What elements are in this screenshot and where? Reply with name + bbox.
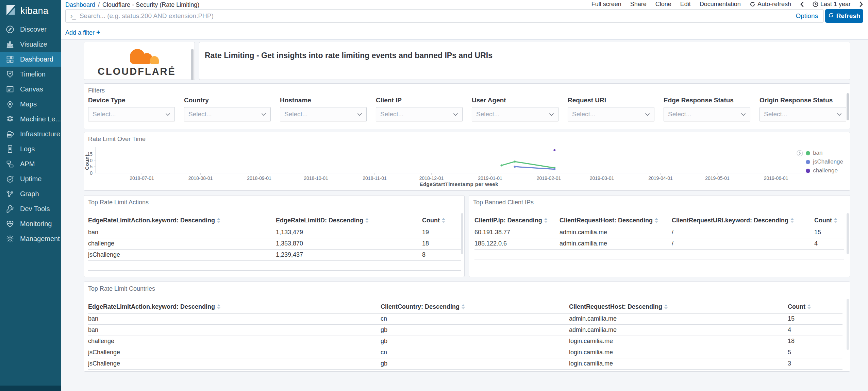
top-actions-table: EdgeRateLimitAction.keyword: Descending … xyxy=(88,215,461,271)
sidebar-item-label: Dashboard xyxy=(20,55,53,63)
search-input[interactable]: ›_ Search... (e.g. status:200 AND extens… xyxy=(65,9,824,23)
time-range-picker[interactable]: Last 1 year xyxy=(813,1,851,8)
sidebar-item-discover[interactable]: Discover xyxy=(0,22,61,37)
table-header-row: EdgeRateLimitAction.keyword: Descending … xyxy=(88,301,842,313)
panel-scrollbar[interactable] xyxy=(847,213,849,254)
chart-legend: ban jsChallenge challenge xyxy=(806,149,843,175)
sidebar-item-graph[interactable]: Graph xyxy=(0,186,61,201)
sidebar-item-apm[interactable]: APM xyxy=(0,156,61,171)
table-header-row: ClientIP.ip: Descending ClientRequestHos… xyxy=(474,215,844,227)
sidebar-item-infrastructure[interactable]: Infrastructure xyxy=(0,126,61,141)
sidebar-item-dashboard[interactable]: Dashboard xyxy=(0,52,61,67)
time-prev-button[interactable] xyxy=(800,1,804,7)
kibana-logo[interactable]: kibana xyxy=(0,0,61,22)
monitoring-icon xyxy=(5,219,15,228)
sidebar-item-label: Dev Tools xyxy=(20,205,50,213)
hostname-select[interactable]: Select... xyxy=(280,107,367,121)
kibana-dashboard-page: kibana Discover Visualize Dashboard Time… xyxy=(0,0,868,391)
cell: 4 xyxy=(788,324,842,336)
options-link[interactable]: Options xyxy=(796,12,819,20)
sidebar-item-monitoring[interactable]: Monitoring xyxy=(0,216,61,231)
sidebar-item-canvas[interactable]: Canvas xyxy=(0,82,61,97)
sort-icon xyxy=(365,218,369,223)
graph-icon xyxy=(5,189,15,199)
machine-learning-icon xyxy=(5,115,15,124)
sidebar-item-visualize[interactable]: Visualize xyxy=(0,37,61,52)
cell: challenge xyxy=(88,238,276,249)
column-header[interactable]: Count xyxy=(814,215,844,227)
origin-response-status-select[interactable]: Select... xyxy=(760,107,846,121)
sort-icon xyxy=(462,304,465,309)
rate-limit-chart[interactable]: 0510152018-07-012018-08-012018-09-012018… xyxy=(84,132,851,191)
cell: 1,133,479 xyxy=(276,227,422,238)
sidebar-item-label: Graph xyxy=(20,190,39,198)
column-header[interactable]: ClientIP.ip: Descending xyxy=(474,215,560,227)
filter-field-device-type: Device Type Select... xyxy=(88,97,175,121)
sidebar-item-uptime[interactable]: Uptime xyxy=(0,171,61,186)
cell: ban xyxy=(88,227,276,238)
sort-icon xyxy=(664,304,668,309)
cell: jsChallenge xyxy=(88,358,381,369)
panel-scrollbar[interactable] xyxy=(847,93,849,120)
panel-scrollbar[interactable] xyxy=(461,213,463,254)
share-button[interactable]: Share xyxy=(630,1,647,8)
chevron-down-icon xyxy=(837,113,842,116)
column-header[interactable]: ClientRequestURI.keyword: Descending xyxy=(672,215,814,227)
auto-refresh-icon xyxy=(750,1,755,7)
cell: 1,353,870 xyxy=(276,238,422,249)
cell: / xyxy=(672,238,814,249)
full-screen-button[interactable]: Full screen xyxy=(591,1,621,8)
edge-response-status-select[interactable]: Select... xyxy=(664,107,750,121)
sidebar-item-dev-tools[interactable]: Dev Tools xyxy=(0,201,61,216)
filter-field-request-uri: Request URI Select... xyxy=(568,97,654,121)
column-header[interactable]: ClientCountry: Descending xyxy=(381,301,569,313)
cell: 5 xyxy=(788,347,842,358)
refresh-button[interactable]: Refresh xyxy=(825,9,863,23)
documentation-link[interactable]: Documentation xyxy=(700,1,741,8)
sidebar-item-label: Management xyxy=(20,235,60,243)
breadcrumb-current: Cloudflare - Security (Rate Limiting) xyxy=(102,1,199,8)
legend-item-ban[interactable]: ban xyxy=(806,149,843,157)
table-header-row: EdgeRateLimitAction.keyword: Descending … xyxy=(88,215,461,227)
legend-toggle-icon[interactable] xyxy=(797,150,803,158)
client-ip-select[interactable]: Select... xyxy=(376,107,463,121)
query-bar: ›_ Search... (e.g. status:200 AND extens… xyxy=(65,9,863,23)
column-header[interactable]: Count xyxy=(422,215,461,227)
panel-scrollbar[interactable] xyxy=(847,299,849,350)
time-next-button[interactable] xyxy=(859,1,863,7)
svg-text:2019-06-01: 2019-06-01 xyxy=(764,175,788,181)
legend-item-challenge[interactable]: challenge xyxy=(806,166,843,175)
legend-item-jschallenge[interactable]: jsChallenge xyxy=(806,157,843,166)
sidebar-item-machine-learning[interactable]: Machine Le... xyxy=(0,112,61,126)
device-type-select[interactable]: Select... xyxy=(88,107,175,121)
country-select[interactable]: Select... xyxy=(184,107,271,121)
sidebar-item-logs[interactable]: Logs xyxy=(0,141,61,156)
user-agent-select[interactable]: Select... xyxy=(472,107,558,121)
cell: jsChallenge xyxy=(88,249,276,260)
panel-scrollbar[interactable] xyxy=(191,49,194,80)
sidebar-item-management[interactable]: Management xyxy=(0,231,61,246)
cell: 8 xyxy=(422,249,461,260)
svg-text:2018-07-01: 2018-07-01 xyxy=(130,175,154,181)
request-uri-select[interactable]: Select... xyxy=(568,107,654,121)
auto-refresh-button[interactable]: Auto-refresh xyxy=(750,1,791,8)
management-icon xyxy=(5,234,15,243)
column-header[interactable]: EdgeRateLimitAction.keyword: Descending xyxy=(88,301,381,313)
svg-text:EdgeStartTimestamp per week: EdgeStartTimestamp per week xyxy=(419,181,498,187)
edit-button[interactable]: Edit xyxy=(680,1,691,8)
column-header[interactable]: EdgeRateLimitAction.keyword: Descending xyxy=(88,215,276,227)
table-row: challenge gb login.camilia.me 18 xyxy=(88,336,842,347)
cloudflare-cloud-icon xyxy=(128,49,161,66)
clone-button[interactable]: Clone xyxy=(655,1,671,8)
sidebar-collapse-strip[interactable] xyxy=(0,386,61,391)
maps-icon xyxy=(5,100,15,109)
column-header[interactable]: Count xyxy=(788,301,842,313)
column-header[interactable]: ClientRequestHost: Descending xyxy=(560,215,672,227)
add-filter-button[interactable]: Add a filter + xyxy=(65,29,100,36)
breadcrumb-dashboard-link[interactable]: Dashboard xyxy=(65,1,95,8)
column-header[interactable]: EdgeRateLimitID: Descending xyxy=(276,215,422,227)
sidebar-item-maps[interactable]: Maps xyxy=(0,97,61,112)
sidebar-item-timelion[interactable]: Timelion xyxy=(0,67,61,82)
column-header[interactable]: ClientRequestHost: Descending xyxy=(569,301,788,313)
cell: admin.camilia.me xyxy=(569,324,788,336)
